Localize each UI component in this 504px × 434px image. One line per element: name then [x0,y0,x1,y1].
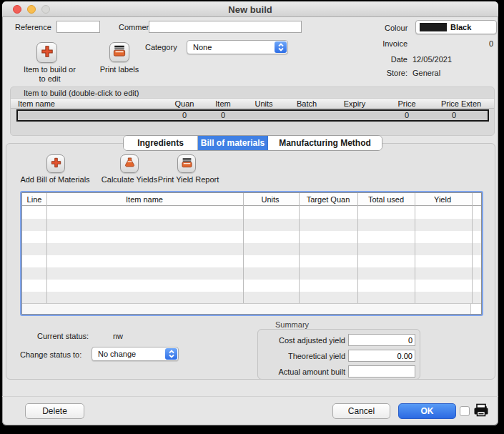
invoice-value: 0 [417,39,493,48]
col-expiry: Expiry [344,99,366,108]
col-units: Units [255,99,272,108]
tab-manufacturing-method[interactable]: Manufacturing Method [268,136,382,150]
comment-input[interactable] [149,21,302,33]
table-row[interactable] [22,207,481,219]
invoice-label: Invoice [331,39,407,48]
colour-dropdown[interactable]: Black [415,20,497,34]
category-label: Category [145,43,177,51]
bom-table-body [22,207,481,304]
current-status-label: Current status: [37,332,89,340]
col-units: Units [261,195,279,204]
table-row[interactable] [22,292,481,304]
col-item-name: Item name [18,99,55,108]
change-status-dropdown[interactable]: No change [92,347,179,361]
change-status-label: Change status to: [20,350,81,359]
calculate-yields-icon [123,156,137,172]
row-price-exten-value: 0 [452,111,456,119]
current-status-value: nw [113,332,123,340]
col-total-used: Total used [368,195,404,204]
col-price: Price [397,99,415,108]
store-value: General [412,69,440,77]
new-build-window: New build Reference Comment Colour Black… [2,1,498,425]
comment-label: Comment [119,23,153,31]
row-quan-value: 0 [182,111,187,119]
print-yield-report-button[interactable] [177,154,196,173]
table-row[interactable] [22,280,481,292]
table-row[interactable] [22,243,481,255]
table-row[interactable] [22,255,481,267]
chevron-updown-icon [165,348,177,360]
theoretical-yield-label: Theoretical yield [258,352,345,360]
table-row[interactable] [22,219,481,231]
theoretical-yield-input[interactable] [348,350,415,362]
table-row[interactable] [22,267,481,280]
category-dropdown[interactable]: None [187,40,288,54]
ok-button[interactable]: OK [398,403,456,419]
add-plus-icon [39,44,55,62]
col-batch: Batch [297,99,317,108]
row-item-value: 0 [221,111,225,119]
col-price-exten: Price Exten [441,99,481,108]
col-item-name: Item name [126,195,163,204]
col-line: Line [27,195,42,204]
item-to-build-panel-title: Item to build (double-click to edit) [24,89,139,97]
actual-amount-built-input[interactable] [348,365,415,378]
chevron-updown-icon [275,41,287,53]
change-status-value: No change [98,350,136,358]
item-to-build-panel: Item to build (double-click to edit) Ite… [10,87,495,136]
store-label: Store: [331,69,407,77]
bom-table-header: Line Item name Units Target Quan Total u… [22,193,481,206]
print-labels-label: Print labels [87,65,152,74]
summary-title: Summary [275,320,309,329]
summary-box: Cost adjusted yield Theoretical yield Ac… [257,329,420,380]
delete-button[interactable]: Delete [25,403,84,419]
title-bar: New build [2,1,498,17]
label-printer-icon [112,43,127,61]
tab-bill-of-materials[interactable]: Bill of materials [198,136,268,150]
item-to-build-button[interactable] [36,42,57,63]
print-labels-button[interactable] [109,42,129,62]
item-to-build-label: Item to build or to edit [9,65,90,84]
date-value: 12/05/2021 [412,55,452,64]
col-item: Item [215,99,230,108]
colour-swatch [420,23,447,31]
cancel-button[interactable]: Cancel [332,403,390,419]
category-value: None [193,43,212,51]
cost-adjusted-yield-label: Cost adjusted yield [258,336,345,345]
colour-label: Colour [385,24,407,32]
bom-table[interactable]: Line Item name Units Target Quan Total u… [20,191,483,316]
tab-ingredients[interactable]: Ingredients [124,136,198,150]
add-plus-icon [49,156,63,172]
label-printer-icon [180,156,194,172]
desktop-background: New build Reference Comment Colour Black… [0,0,504,434]
build-table-header: Item name Quan Item Units Batch Expiry P… [11,98,494,109]
actual-amount-built-label: Actual amount built [258,368,345,376]
add-bill-of-materials-label: Add Bill of Materials [12,175,98,184]
reference-input[interactable] [56,21,100,33]
print-checkbox[interactable] [460,406,470,416]
row-price-value: 0 [405,111,409,119]
printer-icon[interactable] [473,403,490,423]
col-target-quan: Target Quan [307,195,350,204]
calculate-yields-button[interactable] [120,154,139,173]
reference-label: Reference [15,23,51,31]
date-label: Date [331,55,407,64]
colour-value: Black [450,23,471,31]
add-bill-of-materials-button[interactable] [46,154,65,173]
build-table-row[interactable]: 0 0 0 0 [16,109,489,122]
print-yield-report-label: Print Yield Report [144,175,233,184]
tab-bar: Ingredients Bill of materials Manufactur… [123,135,382,151]
col-quan: Quan [175,99,194,108]
window-title: New build [2,4,498,15]
table-row[interactable] [22,231,481,243]
col-yield: Yield [434,195,451,204]
horizontal-scrollbar[interactable] [22,303,481,314]
cost-adjusted-yield-input[interactable] [348,334,415,346]
